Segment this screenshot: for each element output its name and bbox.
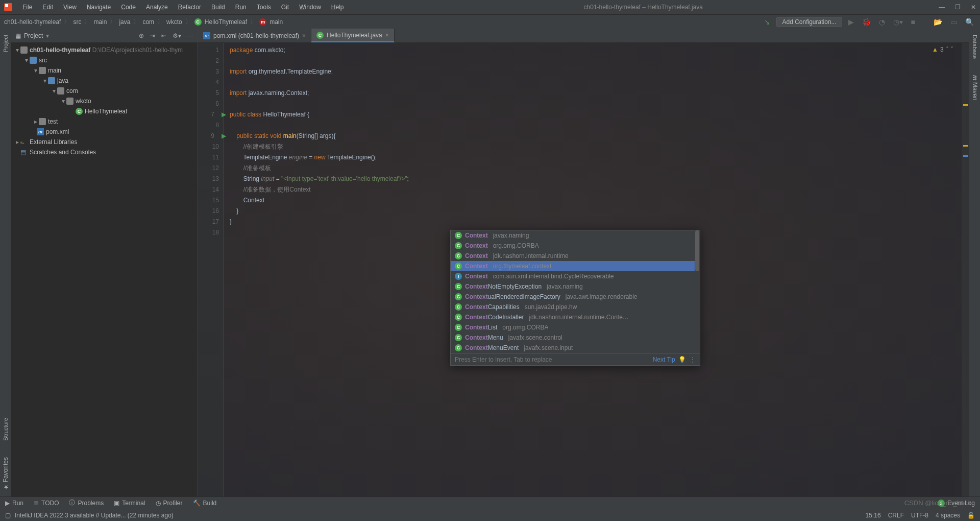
project-tree[interactable]: ▾ch01-hello-thymeleaf D:\IDEA\projects\c… [11, 43, 198, 496]
right-tool-stripe: Database m Maven [969, 29, 980, 496]
menu-build[interactable]: Build [207, 2, 229, 13]
maven-tool-button[interactable]: m Maven [971, 72, 978, 104]
crumb-class[interactable]: HelloThymeleaf [205, 18, 247, 26]
crumb[interactable]: java [119, 18, 130, 26]
search-icon[interactable]: 🔍 [963, 18, 976, 26]
database-tool-button[interactable]: Database [972, 32, 978, 62]
menu-view[interactable]: View [59, 2, 81, 13]
menu-window[interactable]: Window [295, 2, 325, 13]
inspection-widget[interactable]: ▲3 ˄ ˅ [932, 46, 953, 53]
crumb[interactable]: wkcto [166, 18, 182, 26]
tree-item[interactable]: src [39, 57, 47, 64]
tree-item[interactable]: com [66, 87, 78, 94]
add-configuration-button[interactable]: Add Configuration... [776, 17, 842, 27]
project-header: ▦ Project ▾ ⊕ ⇥ ⇤ ⚙▾ ― [11, 29, 198, 43]
crumb-method[interactable]: main [270, 18, 283, 26]
completion-item[interactable]: CContextualRenderedImageFactoryjava.awt.… [451, 292, 700, 302]
locate-icon[interactable]: ⊕ [139, 32, 144, 39]
tree-item[interactable]: wkcto [76, 98, 91, 105]
line-gutter[interactable]: 1234567▶89▶101112131415161718 [198, 43, 224, 496]
tree-item[interactable]: External Libraries [30, 138, 77, 146]
chevron-down-icon[interactable]: ▾ [46, 32, 49, 39]
line-separator[interactable]: CRLF [888, 512, 904, 519]
profiler-tool-button[interactable]: ◷Profiler [156, 500, 183, 507]
file-encoding[interactable]: UTF-8 [911, 512, 928, 519]
menu-help[interactable]: Help [327, 2, 348, 13]
stop-icon[interactable]: ■ [909, 18, 917, 26]
build-tool-button[interactable]: 🔨Build [193, 500, 217, 507]
menu-navigate[interactable]: Navigate [83, 2, 115, 13]
expand-icon[interactable]: ⇥ [150, 32, 155, 39]
readonly-lock-icon[interactable]: 🔓 [967, 512, 975, 519]
project-header-label[interactable]: Project [24, 32, 43, 39]
tool-window-toggle-icon[interactable]: ▢ [5, 512, 11, 519]
debug-icon[interactable]: 🐞 [860, 18, 873, 26]
menu-file[interactable]: File [18, 2, 36, 13]
menu-analyze[interactable]: Analyze [142, 2, 172, 13]
completion-item[interactable]: CContextjdk.nashorn.internal.runtime [451, 251, 700, 261]
project-tool-button[interactable]: Project [3, 32, 9, 55]
menu-code[interactable]: Code [117, 2, 140, 13]
error-stripe[interactable] [962, 43, 969, 496]
tree-item[interactable]: java [57, 77, 68, 84]
completion-item[interactable]: CContextMenuEventjavafx.scene.input [451, 343, 700, 353]
structure-tool-button[interactable]: Structure [3, 415, 9, 444]
crumb[interactable]: com [142, 18, 154, 26]
settings-gear-icon[interactable]: ⚙▾ [173, 32, 181, 39]
bulb-icon[interactable]: 💡 [678, 356, 686, 363]
close-icon[interactable]: ✕ [971, 4, 976, 11]
profile-icon[interactable]: ◷▾ [891, 18, 905, 26]
completion-item[interactable]: CContextorg.omg.CORBA [451, 241, 700, 251]
problems-tool-button[interactable]: ⓘProblems [69, 499, 104, 507]
title-bar: File Edit View Navigate Code Analyze Ref… [0, 0, 980, 14]
favorites-tool-button[interactable]: ★ Favorites [2, 454, 9, 493]
build-hammer-icon[interactable]: ↘ [762, 18, 772, 26]
completion-item[interactable]: CContextListorg.omg.CORBA [451, 322, 700, 333]
minimize-icon[interactable]: ― [939, 4, 945, 11]
coverage-icon[interactable]: ◔ [877, 18, 887, 26]
main-menu: File Edit View Navigate Code Analyze Ref… [18, 2, 348, 13]
menu-run[interactable]: Run [231, 2, 251, 13]
completion-item[interactable]: CContextorg.thymeleaf.context [451, 261, 700, 271]
tree-item[interactable]: main [48, 67, 61, 74]
maximize-icon[interactable]: ❐ [955, 4, 961, 11]
next-tip-link[interactable]: Next Tip [653, 356, 675, 363]
completion-item[interactable]: CContextCapabilitiessun.java2d.pipe.hw [451, 302, 700, 312]
git-update-icon[interactable]: 📂 [932, 18, 944, 26]
crumb[interactable]: ch01-hello-thymeleaf [4, 18, 61, 26]
menu-edit[interactable]: Edit [38, 2, 57, 13]
terminal-tool-button[interactable]: ▣Terminal [114, 500, 145, 507]
indent-info[interactable]: 4 spaces [936, 512, 960, 519]
crumb[interactable]: src [73, 18, 81, 26]
scrollbar-thumb[interactable] [695, 230, 699, 271]
completion-popup[interactable]: CContextjavax.namingCContextorg.omg.CORB… [450, 230, 700, 366]
completion-item[interactable]: IContextcom.sun.xml.internal.bind.CycleR… [451, 271, 700, 281]
menu-refactor[interactable]: Refactor [174, 2, 205, 13]
caret-position[interactable]: 15:16 [866, 512, 881, 519]
tree-file[interactable]: pom.xml [46, 128, 69, 135]
completion-item[interactable]: CContextMenujavafx.scene.control [451, 333, 700, 343]
todo-tool-button[interactable]: ≣TODO [34, 500, 59, 507]
tree-root[interactable]: ch01-hello-thymeleaf [30, 46, 90, 54]
crumb[interactable]: main [93, 18, 107, 26]
tab-close-icon[interactable]: × [385, 32, 389, 39]
status-message[interactable]: IntelliJ IDEA 2022.3 available // Update… [15, 512, 174, 519]
tab-close-icon[interactable]: × [302, 32, 306, 39]
tree-file[interactable]: HelloThymeleaf [85, 108, 127, 115]
tab-hello[interactable]: C HelloThymeleaf.java × [311, 29, 395, 42]
tab-pom[interactable]: m pom.xml (ch01-hello-thymeleaf) × [198, 29, 311, 42]
completion-item[interactable]: CContextjavax.naming [451, 230, 700, 241]
completion-item[interactable]: CContextNotEmptyExceptionjavax.naming [451, 281, 700, 292]
git-commit-icon[interactable]: ▭ [948, 18, 959, 26]
menu-tools[interactable]: Tools [253, 2, 275, 13]
run-icon[interactable]: ▶ [846, 18, 856, 26]
menu-git[interactable]: Git [277, 2, 293, 13]
completion-item[interactable]: CContextCodeInstallerjdk.nashorn.interna… [451, 312, 700, 322]
collapse-icon[interactable]: ⇤ [161, 32, 166, 39]
completion-scrollbar[interactable] [695, 230, 700, 353]
tree-item[interactable]: test [48, 118, 58, 125]
run-tool-button[interactable]: ▶Run [5, 500, 23, 507]
more-icon[interactable]: ⋮ [690, 356, 696, 363]
hide-icon[interactable]: ― [187, 32, 193, 39]
tree-item[interactable]: Scratches and Consoles [30, 149, 96, 156]
